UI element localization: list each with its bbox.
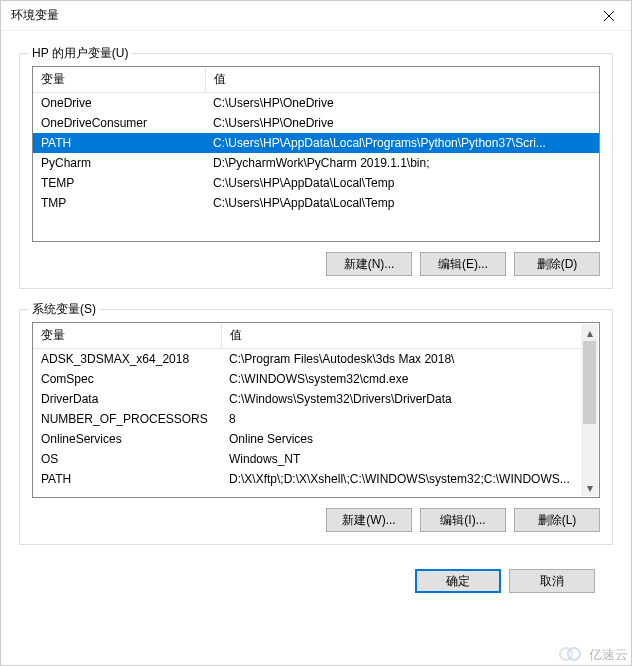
- table-row[interactable]: PATHD:\X\Xftp\;D:\X\Xshell\;C:\WINDOWS\s…: [33, 469, 599, 489]
- titlebar: 环境变量: [1, 1, 631, 31]
- table-row[interactable]: DriverDataC:\Windows\System32\Drivers\Dr…: [33, 389, 599, 409]
- close-icon: [604, 11, 614, 21]
- cell-variable: DriverData: [33, 389, 221, 409]
- col-header-value[interactable]: 值: [205, 67, 599, 93]
- cell-value: 8: [221, 409, 599, 429]
- scroll-down-icon[interactable]: ▾: [581, 479, 598, 496]
- env-vars-dialog: 环境变量 HP 的用户变量(U) 变量 值 OneDriveC:\Users\H…: [0, 0, 632, 666]
- ok-button[interactable]: 确定: [415, 569, 501, 593]
- cell-value: C:\Users\HP\AppData\Local\Temp: [205, 173, 599, 193]
- cell-variable: OneDrive: [33, 93, 205, 114]
- cell-variable: OS: [33, 449, 221, 469]
- table-header-row: 变量 值: [33, 323, 599, 349]
- cell-value: D:\X\Xftp\;D:\X\Xshell\;C:\WINDOWS\syste…: [221, 469, 599, 489]
- table-row[interactable]: TMPC:\Users\HP\AppData\Local\Temp: [33, 193, 599, 213]
- user-vars-label: HP 的用户变量(U): [28, 45, 132, 62]
- table-header-row: 变量 值: [33, 67, 599, 93]
- table-row[interactable]: ComSpecC:\WINDOWS\system32\cmd.exe: [33, 369, 599, 389]
- table-row[interactable]: NUMBER_OF_PROCESSORS8: [33, 409, 599, 429]
- cell-value: Online Services: [221, 429, 599, 449]
- system-scrollbar[interactable]: ▴ ▾: [581, 324, 598, 496]
- system-vars-buttons: 新建(W)... 编辑(I)... 删除(L): [32, 508, 600, 532]
- cell-value: D:\PycharmWork\PyCharm 2019.1.1\bin;: [205, 153, 599, 173]
- system-new-button[interactable]: 新建(W)...: [326, 508, 412, 532]
- cancel-button[interactable]: 取消: [509, 569, 595, 593]
- system-vars-group: 系统变量(S) 变量 值 ADSK_3DSMAX_x64_2018C:\Prog…: [19, 309, 613, 545]
- user-delete-button[interactable]: 删除(D): [514, 252, 600, 276]
- dialog-content: HP 的用户变量(U) 变量 值 OneDriveC:\Users\HP\One…: [1, 31, 631, 665]
- col-header-variable[interactable]: 变量: [33, 67, 205, 93]
- user-vars-table[interactable]: 变量 值 OneDriveC:\Users\HP\OneDriveOneDriv…: [33, 67, 599, 213]
- user-vars-group: HP 的用户变量(U) 变量 值 OneDriveC:\Users\HP\One…: [19, 53, 613, 289]
- cell-value: C:\Users\HP\AppData\Local\Temp: [205, 193, 599, 213]
- col-header-variable[interactable]: 变量: [33, 323, 221, 349]
- cell-variable: ComSpec: [33, 369, 221, 389]
- system-edit-button[interactable]: 编辑(I)...: [420, 508, 506, 532]
- close-button[interactable]: [586, 1, 631, 31]
- dialog-button-row: 确定 取消: [19, 561, 613, 593]
- cell-value: C:\Users\HP\OneDrive: [205, 113, 599, 133]
- table-row[interactable]: PATHC:\Users\HP\AppData\Local\Programs\P…: [33, 133, 599, 153]
- user-new-button[interactable]: 新建(N)...: [326, 252, 412, 276]
- table-row[interactable]: PyCharmD:\PycharmWork\PyCharm 2019.1.1\b…: [33, 153, 599, 173]
- cell-variable: PyCharm: [33, 153, 205, 173]
- cell-variable: PATH: [33, 469, 221, 489]
- table-row[interactable]: OneDriveC:\Users\HP\OneDrive: [33, 93, 599, 114]
- cell-value: C:\Windows\System32\Drivers\DriverData: [221, 389, 599, 409]
- cell-variable: TEMP: [33, 173, 205, 193]
- cell-variable: OnlineServices: [33, 429, 221, 449]
- cell-variable: PATH: [33, 133, 205, 153]
- user-vars-buttons: 新建(N)... 编辑(E)... 删除(D): [32, 252, 600, 276]
- scroll-track[interactable]: [581, 341, 598, 479]
- table-row[interactable]: OnlineServicesOnline Services: [33, 429, 599, 449]
- system-vars-label: 系统变量(S): [28, 301, 100, 318]
- user-vars-table-wrap: 变量 值 OneDriveC:\Users\HP\OneDriveOneDriv…: [32, 66, 600, 242]
- table-row[interactable]: OSWindows_NT: [33, 449, 599, 469]
- col-header-value[interactable]: 值: [221, 323, 599, 349]
- cell-value: C:\Users\HP\OneDrive: [205, 93, 599, 114]
- table-row[interactable]: ADSK_3DSMAX_x64_2018C:\Program Files\Aut…: [33, 349, 599, 370]
- table-row[interactable]: TEMPC:\Users\HP\AppData\Local\Temp: [33, 173, 599, 193]
- system-delete-button[interactable]: 删除(L): [514, 508, 600, 532]
- window-title: 环境变量: [11, 7, 59, 24]
- cell-variable: TMP: [33, 193, 205, 213]
- cell-variable: NUMBER_OF_PROCESSORS: [33, 409, 221, 429]
- scroll-thumb[interactable]: [583, 341, 596, 424]
- cell-value: C:\Program Files\Autodesk\3ds Max 2018\: [221, 349, 599, 370]
- cell-variable: OneDriveConsumer: [33, 113, 205, 133]
- table-row[interactable]: OneDriveConsumerC:\Users\HP\OneDrive: [33, 113, 599, 133]
- system-vars-table[interactable]: 变量 值 ADSK_3DSMAX_x64_2018C:\Program File…: [33, 323, 599, 489]
- user-edit-button[interactable]: 编辑(E)...: [420, 252, 506, 276]
- scroll-up-icon[interactable]: ▴: [581, 324, 598, 341]
- cell-variable: ADSK_3DSMAX_x64_2018: [33, 349, 221, 370]
- cell-value: C:\WINDOWS\system32\cmd.exe: [221, 369, 599, 389]
- cell-value: Windows_NT: [221, 449, 599, 469]
- cell-value: C:\Users\HP\AppData\Local\Programs\Pytho…: [205, 133, 599, 153]
- system-vars-table-wrap: 变量 值 ADSK_3DSMAX_x64_2018C:\Program File…: [32, 322, 600, 498]
